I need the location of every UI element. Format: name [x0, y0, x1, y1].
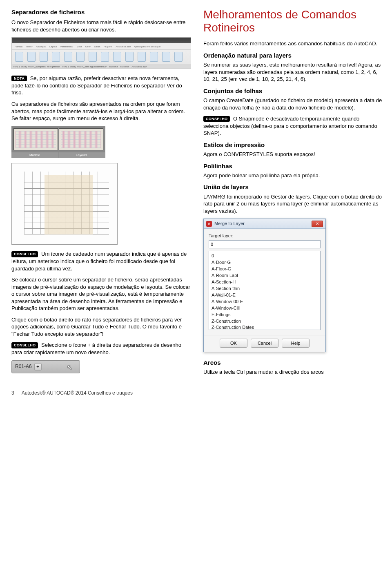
tab-strip-plus-icon: +: [34, 363, 42, 370]
two-column-layout: Separadores de ficheiros O novo Separado…: [11, 8, 384, 381]
uniao-paragraph: LAYMRG foi incorporado no Gestor de laye…: [203, 193, 384, 215]
estilos-paragraph: Agora o CONVERTPSTYLES suporta espaços!: [203, 151, 384, 158]
close-icon[interactable]: ✕: [312, 221, 323, 227]
ribbon-buttons-row: [12, 50, 191, 64]
heading-melhoramentos: Melhoramentos de Comandos Rotineiros: [203, 8, 384, 34]
ribbon-tab: Plug-ins: [102, 45, 114, 49]
ribbon-tab: Anotação: [35, 45, 47, 49]
section-drawing-screenshot: [11, 163, 118, 245]
polilinhas-paragraph: Agora pode bolear uma polilinha para ela…: [203, 172, 384, 179]
file-tab: Roberta: [120, 65, 129, 68]
file-tab: R01.1 Study Model_sem aguardamento*: [62, 65, 107, 68]
dialog-body: Target layer: 0 0 A-Door-G A-Floor-G A-R…: [204, 229, 325, 335]
file-tab: Roberta: [109, 65, 118, 68]
cursor-icon: ↖: [67, 363, 72, 372]
conjuntos-paragraph: O campo CreateDate (guardado no ficheiro…: [203, 97, 384, 111]
ribbon-tab: Paramétrico: [59, 45, 74, 49]
autocad-app-icon: A: [206, 221, 212, 227]
thumb-label: Modelo: [11, 152, 58, 158]
intro-paragraph: O novo Separador de Ficheiros torna mais…: [11, 19, 191, 33]
thumb-label: Layout1: [58, 152, 105, 158]
layout-thumbnails-screenshot: Modelo Layout1: [11, 126, 105, 158]
tab-strip-label: R01-A6: [15, 363, 32, 370]
ribbon-tab: Layout: [48, 45, 58, 49]
dialog-button-row: OK Cancel Help: [204, 335, 325, 352]
nota-badge: NOTA: [11, 76, 27, 81]
tab-strip-screenshot: R01-A6 + ↖: [11, 360, 80, 373]
ribbon-tabs-row: Partida Inserir Anotação Layout Paramétr…: [12, 43, 191, 50]
ribbon-tab: Aplicações em destaque: [133, 45, 162, 49]
left-column: Separadores de ficheiros O novo Separado…: [11, 8, 191, 381]
ribbon-tab: Inserir: [24, 45, 34, 49]
ribbon-tab: Saída: [93, 45, 102, 49]
ribbon-screenshot: Partida Inserir Anotação Layout Paramétr…: [11, 37, 191, 69]
ordenacao-paragraph: Se numerar as suas layers, este melhoram…: [203, 61, 384, 83]
target-layer-input[interactable]: 0: [209, 240, 321, 248]
ribbon-tab: Autodesk 360: [114, 45, 132, 49]
target-layer-label: Target layer:: [209, 233, 321, 239]
heading-uniao: União de layers: [203, 183, 384, 191]
thumb-model: [13, 128, 58, 150]
ok-button[interactable]: OK: [220, 339, 247, 348]
heading-conjuntos: Conjuntos de folhas: [203, 87, 384, 95]
conselho-2-paragraph: CONSELHO Seleccione o ícone + à direita …: [11, 341, 191, 356]
page-number: 3: [11, 390, 14, 396]
ribbon-tab: Vista: [75, 45, 83, 49]
heading-polilinhas: Polilinhas: [203, 162, 384, 170]
dialog-titlebar: A Merge to Layer ✕: [204, 219, 325, 229]
nota-text: Se, por alguma razão, preferir desactiva…: [11, 75, 182, 96]
nota-paragraph: NOTA Se, por alguma razão, preferir desa…: [11, 75, 191, 96]
heading-separadores: Separadores de ficheiros: [11, 8, 191, 16]
file-tab: R01.1 Study Model_compacto sem janelas: [13, 65, 60, 68]
snap-conselho-paragraph: CONSELHO O Snapmode é desactivado tempor…: [203, 115, 384, 137]
cancel-button[interactable]: Cancel: [251, 339, 278, 348]
help-button[interactable]: Help: [282, 339, 310, 348]
document-title: Autodesk® AUTOCAD® 2014 Conselhos e truq…: [22, 390, 133, 396]
right-column: Melhoramentos de Comandos Rotineiros For…: [203, 8, 384, 381]
cursor-paragraph: Se colocar o cursor sobre um separador d…: [11, 276, 191, 312]
conselho-badge: CONSELHO: [203, 116, 230, 122]
ribbon-tab: Partida: [13, 45, 24, 49]
arcos-paragraph: Utilize a tecla Ctrl para mudar a direcç…: [203, 368, 384, 376]
thumb-layout1: [59, 128, 103, 150]
conselho-1-paragraph: CONSELHO Um ícone de cadeado num separad…: [11, 250, 191, 272]
file-tabs-row: R01.1 Study Model_compacto sem janelas R…: [12, 64, 191, 69]
page-footer: 3 Autodesk® AUTOCAD® 2014 Conselhos e tr…: [11, 390, 384, 396]
dialog-title: Merge to Layer: [214, 221, 309, 227]
rmb-paragraph: Clique com o botão direito do rato nos s…: [11, 316, 191, 338]
right-intro-paragraph: Foram feitos vários melhoramentos aos co…: [203, 40, 384, 47]
heading-ordenacao: Ordenação natural para layers: [203, 51, 384, 60]
heading-arcos: Arcos: [203, 359, 384, 367]
heading-estilos: Estilos de impressão: [203, 141, 384, 149]
file-tab: Autodesk 360: [131, 65, 147, 68]
ribbon-tab: Gerir: [84, 45, 92, 49]
conselho-badge: CONSELHO: [11, 342, 38, 348]
ordem-paragraph: Os separadores de ficheiros são apresent…: [11, 100, 191, 122]
merge-to-layer-dialog: A Merge to Layer ✕ Target layer: 0 0 A-D…: [203, 219, 326, 352]
conselho-badge: CONSELHO: [11, 251, 38, 257]
layer-list[interactable]: 0 A-Door-G A-Floor-G A-Room-Labl A-Secti…: [209, 251, 321, 330]
